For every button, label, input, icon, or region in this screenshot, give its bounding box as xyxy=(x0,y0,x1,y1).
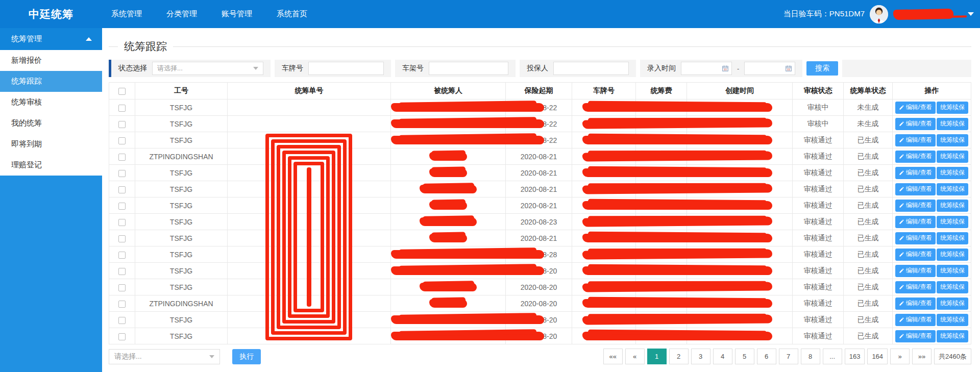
page-1[interactable]: 1 xyxy=(647,349,667,364)
entry-date-from[interactable] xyxy=(681,62,732,75)
nav-item-账号管理[interactable]: 账号管理 xyxy=(222,9,252,19)
page-title-row: 统筹跟踪 xyxy=(109,40,971,53)
page-3[interactable]: 3 xyxy=(691,349,710,364)
sidebar-filler xyxy=(0,176,102,372)
edit-view-button[interactable]: 编辑/查看 xyxy=(895,118,936,130)
cell-job-no: ZTPINGDINGSHAN xyxy=(135,295,228,312)
nav-item-系统首页[interactable]: 系统首页 xyxy=(277,9,307,19)
batch-action-select[interactable]: 请选择... xyxy=(109,349,220,364)
row-checkbox[interactable] xyxy=(118,186,126,193)
edit-view-button[interactable]: 编辑/查看 xyxy=(895,167,936,179)
page-164[interactable]: 164 xyxy=(867,349,888,364)
renew-button[interactable]: 统筹续保 xyxy=(937,297,968,310)
edit-view-button[interactable]: 编辑/查看 xyxy=(895,183,936,195)
search-button[interactable]: 搜索 xyxy=(806,61,838,76)
edit-view-button[interactable]: 编辑/查看 xyxy=(895,151,936,163)
page-next[interactable]: » xyxy=(890,349,910,364)
row-checkbox[interactable] xyxy=(118,105,126,112)
cell-audit-status: 审核通过 xyxy=(793,214,844,230)
status-select[interactable]: 请选择... xyxy=(152,62,263,75)
renew-button[interactable]: 统筹续保 xyxy=(937,118,968,130)
edit-view-button[interactable]: 编辑/查看 xyxy=(895,249,936,261)
table-row: TSFJG2020-08-22审核中未生成编辑/查看统筹续保 xyxy=(109,116,971,132)
row-checkbox[interactable] xyxy=(118,252,126,259)
sidebar-item-新增报价[interactable]: 新增报价 xyxy=(0,50,102,71)
cell-doc-status: 已生成 xyxy=(844,181,893,197)
sidebar-item-我的统筹[interactable]: 我的统筹 xyxy=(0,113,102,134)
row-checkbox[interactable] xyxy=(118,203,126,210)
renew-button[interactable]: 统筹续保 xyxy=(937,167,968,179)
row-checkbox[interactable] xyxy=(118,121,126,128)
edit-view-button[interactable]: 编辑/查看 xyxy=(895,265,936,277)
renew-button[interactable]: 统筹续保 xyxy=(937,232,968,244)
insured-input[interactable] xyxy=(553,62,629,75)
page-8[interactable]: 8 xyxy=(801,349,820,364)
page-2[interactable]: 2 xyxy=(669,349,689,364)
page-5[interactable]: 5 xyxy=(735,349,754,364)
nav-item-系统管理[interactable]: 系统管理 xyxy=(111,9,142,19)
sidebar-group-tongchou[interactable]: 统筹管理 xyxy=(0,28,102,50)
renew-button[interactable]: 统筹续保 xyxy=(937,281,968,293)
redaction-details xyxy=(582,332,772,340)
row-checkbox[interactable] xyxy=(118,268,126,275)
renew-button[interactable]: 统筹续保 xyxy=(937,200,968,212)
renew-button[interactable]: 统筹续保 xyxy=(937,216,968,228)
user-menu[interactable]: 当日验车码：PN51DM7 xyxy=(783,5,980,23)
status-select-value: 请选择... xyxy=(157,64,183,73)
select-all-checkbox[interactable] xyxy=(118,88,126,95)
vin-input[interactable] xyxy=(429,62,508,75)
edit-view-button[interactable]: 编辑/查看 xyxy=(895,297,936,310)
edit-view-button[interactable]: 编辑/查看 xyxy=(895,216,936,228)
row-checkbox[interactable] xyxy=(118,170,126,177)
row-checkbox[interactable] xyxy=(118,333,126,340)
page-6[interactable]: 6 xyxy=(757,349,776,364)
page-title: 统筹跟踪 xyxy=(118,39,173,54)
renew-button[interactable]: 统筹续保 xyxy=(937,330,968,342)
sidebar-item-统筹跟踪[interactable]: 统筹跟踪 xyxy=(0,71,102,92)
page-prev[interactable]: « xyxy=(625,349,645,364)
cell-select xyxy=(109,230,135,246)
execute-button[interactable]: 执行 xyxy=(232,349,261,364)
row-checkbox[interactable] xyxy=(118,137,126,144)
row-checkbox[interactable] xyxy=(118,284,126,291)
filter-vin-group: 车架号 xyxy=(395,60,516,77)
row-checkbox[interactable] xyxy=(118,301,126,308)
page-4[interactable]: 4 xyxy=(713,349,732,364)
cell-plate xyxy=(572,132,636,148)
edit-view-button[interactable]: 编辑/查看 xyxy=(895,232,936,244)
table-row: TSFJG2020-08-21审核通过已生成编辑/查看统筹续保 xyxy=(109,197,971,214)
row-checkbox[interactable] xyxy=(118,219,126,226)
sidebar-item-理赔登记[interactable]: 理赔登记 xyxy=(0,155,102,176)
nav-item-分类管理[interactable]: 分类管理 xyxy=(166,9,197,19)
page-total-count: 共2460条 xyxy=(934,349,971,364)
row-checkbox[interactable] xyxy=(118,317,126,324)
sidebar-item-即将到期[interactable]: 即将到期 xyxy=(0,134,102,155)
renew-button[interactable]: 统筹续保 xyxy=(937,183,968,195)
renew-button[interactable]: 统筹续保 xyxy=(937,151,968,163)
renew-button[interactable]: 统筹续保 xyxy=(937,102,968,114)
edit-view-button[interactable]: 编辑/查看 xyxy=(895,102,936,114)
column-header-统筹单状态: 统筹单状态 xyxy=(844,83,893,100)
renew-button[interactable]: 统筹续保 xyxy=(937,265,968,277)
renew-button[interactable]: 统筹续保 xyxy=(937,134,968,146)
renew-button[interactable]: 统筹续保 xyxy=(937,314,968,326)
row-checkbox[interactable] xyxy=(118,154,126,161)
cell-insured-person xyxy=(391,148,506,165)
entry-date-to[interactable] xyxy=(744,62,795,75)
edit-view-button[interactable]: 编辑/查看 xyxy=(895,134,936,146)
page-7[interactable]: 7 xyxy=(779,349,798,364)
edit-view-button[interactable]: 编辑/查看 xyxy=(895,200,936,212)
row-checkbox[interactable] xyxy=(118,235,126,242)
redaction-details xyxy=(582,282,772,292)
page-163[interactable]: 163 xyxy=(845,349,865,364)
edit-view-button[interactable]: 编辑/查看 xyxy=(895,281,936,293)
cell-order-no xyxy=(228,100,391,116)
sidebar-item-统筹审核[interactable]: 统筹审核 xyxy=(0,92,102,113)
edit-view-button[interactable]: 编辑/查看 xyxy=(895,314,936,326)
edit-view-button[interactable]: 编辑/查看 xyxy=(895,330,936,342)
page-first[interactable]: «« xyxy=(603,349,623,364)
plate-input[interactable] xyxy=(308,62,384,75)
app-logo[interactable]: 中廷统筹 xyxy=(0,7,102,21)
page-last[interactable]: »» xyxy=(912,349,932,364)
renew-button[interactable]: 统筹续保 xyxy=(937,249,968,261)
